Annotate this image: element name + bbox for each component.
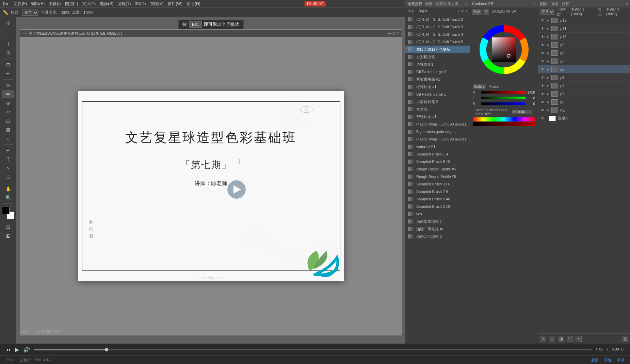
- eraser-tool[interactable]: ◻: [2, 117, 14, 125]
- brush-item-4[interactable]: 超级无敌19号色块新: [405, 46, 470, 53]
- brush-item-21[interactable]: Rough Round Bristle #6: [405, 173, 470, 180]
- hue-bar[interactable]: [473, 117, 535, 121]
- brush-item-3[interactable]: (C)R. M - G. S. Soft Touch 5: [405, 38, 470, 46]
- canvas-maximize-icon[interactable]: □: [393, 31, 395, 36]
- hue-btn[interactable]: 色相: [472, 9, 482, 15]
- layer-expand-9[interactable]: ▶: [547, 92, 549, 96]
- layer-eye-12[interactable]: 👁: [540, 116, 545, 121]
- layer-eye-3[interactable]: 👁: [540, 43, 545, 47]
- brush-item-11[interactable]: 大泼抹块笔 2: [405, 98, 470, 105]
- paths-tab[interactable]: 路径: [562, 1, 569, 6]
- brush-item-8[interactable]: 紫效果块面 #1: [405, 76, 470, 83]
- layer-expand-11[interactable]: ▶: [547, 109, 549, 112]
- menu-view[interactable]: 视图(V): [150, 1, 164, 7]
- brush-panel-close-icon[interactable]: ×: [465, 1, 468, 6]
- menu-3d[interactable]: 3D(D): [135, 1, 146, 6]
- brush-item-25[interactable]: Sampled Brush 2 15: [405, 203, 470, 210]
- layers-panel-close-icon[interactable]: ×: [626, 2, 628, 6]
- new-brush-icon[interactable]: +: [457, 9, 459, 13]
- layer-eye-0[interactable]: 👁: [540, 18, 545, 23]
- screen-mode-btn[interactable]: ⬕: [2, 232, 14, 240]
- layer-eye-8[interactable]: 👁: [540, 83, 545, 88]
- brush-item-28[interactable]: 油画二号笔冻 AL: [405, 225, 470, 233]
- marquee-tool[interactable]: ⬚: [2, 31, 14, 39]
- brush-item-23[interactable]: Sampled Brush 7 6: [405, 188, 470, 195]
- prev-btn[interactable]: ⏮: [5, 347, 11, 353]
- volume-btn[interactable]: 🔊: [23, 346, 30, 353]
- blend-mode-select[interactable]: 正常: [22, 10, 38, 16]
- add-group-btn[interactable]: □: [567, 336, 573, 342]
- mixers-tab[interactable]: Mixers: [487, 84, 500, 89]
- brush-tool[interactable]: ✏: [2, 90, 14, 98]
- crop-tool[interactable]: ⊡: [2, 61, 14, 69]
- menu-edit[interactable]: 编辑(E): [31, 1, 45, 7]
- hand-tool[interactable]: ✋: [2, 185, 14, 193]
- brush-item-16[interactable]: Plastic Wrap - Light 90 pixels1: [405, 135, 470, 143]
- brush-item-9[interactable]: 松锋块面 #1: [405, 83, 470, 90]
- layer-item-3[interactable]: 👁▶p9: [538, 41, 630, 49]
- layer-eye-2[interactable]: 👁: [540, 34, 545, 39]
- add-style-btn[interactable]: fx: [540, 336, 546, 342]
- layer-eye-11[interactable]: 👁: [540, 108, 545, 113]
- layer-item-0[interactable]: 👁▶p12: [538, 16, 630, 24]
- brush-item-14[interactable]: Plastic Wrap - Light 90 pixels1: [405, 120, 470, 128]
- layer-item-9[interactable]: 👁▶p3: [538, 90, 630, 98]
- layer-eye-7[interactable]: 👁: [540, 75, 545, 80]
- menu-image[interactable]: 图像(I): [49, 1, 61, 7]
- zoom-tool[interactable]: 🔍: [2, 194, 14, 202]
- grid-view-icon[interactable]: ⊞: [461, 9, 464, 13]
- layer-item-11[interactable]: 👁▶P1: [538, 106, 630, 114]
- color-wheel-svg[interactable]: [473, 19, 535, 80]
- layer-expand-6[interactable]: ▶: [547, 68, 549, 71]
- layer-expand-1[interactable]: ▶: [547, 27, 549, 30]
- layer-item-4[interactable]: 👁▶p8: [538, 49, 630, 57]
- dodge-tool[interactable]: ○: [2, 134, 14, 143]
- brush-item-12[interactable]: 密然笔: [405, 105, 470, 113]
- brush-item-18[interactable]: Sampled Brush 1 4: [405, 150, 470, 158]
- layer-eye-4[interactable]: 👁: [540, 51, 545, 55]
- menu-text[interactable]: 文字(Y): [82, 1, 96, 7]
- brush-item-6[interactable]: 边锋虚化1: [405, 61, 470, 68]
- brush-item-27[interactable]: 油画柔煤冻棒 1: [405, 218, 470, 225]
- brush-item-29[interactable]: 冻画二号冻棒 2: [405, 233, 470, 240]
- brush-item-0[interactable]: (C)R. M - G. S. Soft Touch 2: [405, 16, 470, 23]
- layer-item-6[interactable]: 👁▶p6: [538, 65, 630, 73]
- layer-expand-7[interactable]: ▶: [547, 76, 549, 79]
- brush-item-17[interactable]: water/oil 01: [405, 143, 470, 150]
- layer-item-5[interactable]: 👁▶p7: [538, 57, 630, 65]
- canvas-minimize-icon[interactable]: ─: [388, 31, 391, 36]
- brush-item-19[interactable]: Sampled Brush 8 10: [405, 158, 470, 165]
- brush-item-22[interactable]: Sampled Brush 33 6: [405, 180, 470, 188]
- brush-item-26[interactable]: yes: [405, 210, 470, 218]
- add-adjustment-btn[interactable]: ◑: [558, 336, 564, 342]
- path-select-tool[interactable]: ↖: [2, 164, 14, 172]
- layer-eye-9[interactable]: 👁: [540, 92, 545, 96]
- clone-tool[interactable]: ⊕: [2, 99, 14, 107]
- brush-item-10[interactable]: Oil Pastel Large 1: [405, 90, 470, 98]
- menu-help[interactable]: 帮助(H): [187, 1, 200, 7]
- hue-rows-btn[interactable]: 行: [483, 9, 489, 15]
- menu-layer[interactable]: 图层(L): [65, 1, 78, 7]
- layer-expand-2[interactable]: ▶: [547, 35, 549, 38]
- text-tool[interactable]: T: [2, 155, 14, 163]
- quick-select-tool[interactable]: ⊕: [2, 49, 14, 57]
- brush-item-15[interactable]: Big strokes grain edges: [405, 128, 470, 135]
- color-square[interactable]: [492, 37, 516, 62]
- layer-item-8[interactable]: 👁▶p4: [538, 82, 630, 90]
- progress-bar[interactable]: [34, 349, 592, 350]
- layer-expand-5[interactable]: ▶: [547, 60, 549, 63]
- quick-mask-btn[interactable]: ⊡: [2, 223, 14, 231]
- layer-item-12[interactable]: 👁底版 0: [538, 114, 630, 122]
- foreground-color-swatch[interactable]: [2, 207, 10, 214]
- play-button[interactable]: [227, 180, 246, 199]
- lasso-tool[interactable]: ⌇: [2, 40, 14, 48]
- layer-expand-10[interactable]: ▶: [547, 100, 549, 104]
- list-view-icon[interactable]: ≡: [466, 9, 468, 13]
- b-gradient-bar[interactable]: [481, 102, 526, 105]
- layers-tab[interactable]: 图层: [540, 1, 548, 6]
- g-gradient-bar[interactable]: [481, 97, 526, 99]
- saturation-bar[interactable]: [473, 122, 535, 126]
- eyedropper-tool[interactable]: ✒: [2, 69, 14, 78]
- color-wheel-area[interactable]: [470, 16, 538, 83]
- gradient-tool[interactable]: ▦: [2, 126, 14, 134]
